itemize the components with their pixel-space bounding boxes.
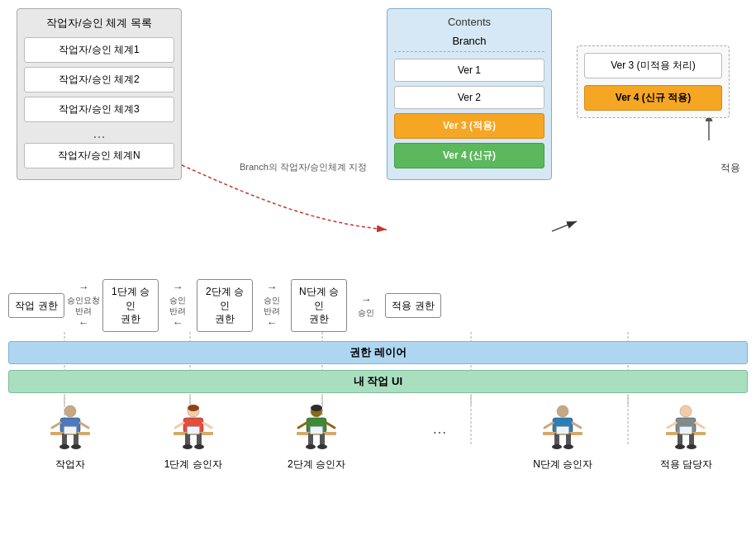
person-applier: 적용 담당자 bbox=[644, 405, 727, 472]
svg-line-67 bbox=[696, 423, 704, 428]
worker-label: 작업자 bbox=[55, 458, 85, 472]
annotation-text: Branch의 작업자/승인체계 지정 bbox=[240, 161, 367, 173]
svg-rect-23 bbox=[62, 433, 67, 446]
branch-label: Branch bbox=[394, 35, 544, 47]
svg-rect-24 bbox=[74, 433, 78, 446]
ver-3: Ver 3 (적용) bbox=[394, 113, 544, 139]
approverN-icon bbox=[541, 405, 584, 454]
applier-icon bbox=[664, 405, 707, 454]
svg-point-40 bbox=[188, 405, 199, 411]
approval-item-1: 작업자/승인 체계1 bbox=[24, 37, 174, 63]
contents-divider bbox=[394, 51, 544, 52]
person-approver2: 2단계 승인자 bbox=[275, 405, 358, 472]
approver2-label: 2단계 승인자 bbox=[288, 458, 345, 472]
svg-rect-70 bbox=[689, 433, 694, 446]
svg-line-21 bbox=[80, 423, 88, 428]
person-dots: … bbox=[398, 405, 481, 439]
svg-rect-35 bbox=[197, 433, 202, 446]
arrow-3: → 승인 반려 ← bbox=[254, 281, 289, 330]
approver1-icon bbox=[172, 405, 215, 454]
svg-point-52 bbox=[311, 405, 322, 411]
svg-line-32 bbox=[203, 423, 212, 428]
svg-rect-47 bbox=[320, 433, 325, 446]
approval-item-2: 작업자/승인 체계2 bbox=[24, 67, 174, 92]
svg-line-6 bbox=[552, 221, 577, 231]
step1-permission-box: 1단계 승인 권한 bbox=[102, 279, 159, 332]
svg-rect-39 bbox=[188, 427, 199, 434]
svg-line-56 bbox=[573, 423, 581, 428]
svg-line-66 bbox=[668, 423, 676, 428]
apply-label: 적용 bbox=[720, 161, 740, 175]
workflow-row: 작업 권한 → 승인요청 반려 ← 1단계 승인 권한 → 승인 반려 ← 2단… bbox=[8, 281, 748, 330]
stepn-permission-box: N단계 승인 권한 bbox=[291, 279, 347, 332]
approval-dots: … bbox=[24, 126, 174, 141]
worker-icon bbox=[49, 405, 92, 454]
apply-permission-box: 적용 권한 bbox=[385, 293, 441, 319]
svg-rect-69 bbox=[678, 433, 682, 446]
svg-point-53 bbox=[557, 405, 568, 417]
svg-point-60 bbox=[552, 444, 562, 449]
ver-1: Ver 1 bbox=[394, 59, 544, 82]
person-approverN: N단계 승인자 bbox=[521, 405, 604, 472]
mywork-layer-label: 내 작업 UI bbox=[354, 374, 402, 389]
svg-point-48 bbox=[306, 444, 316, 449]
svg-point-64 bbox=[680, 405, 692, 417]
svg-point-26 bbox=[71, 444, 81, 449]
approval-list-title: 작업자/승인 체계 목록 bbox=[24, 16, 174, 31]
svg-line-20 bbox=[52, 423, 60, 428]
svg-rect-59 bbox=[566, 433, 571, 446]
right-ver4: Ver 4 (신규 적용) bbox=[584, 85, 722, 111]
svg-point-36 bbox=[183, 444, 193, 449]
svg-rect-28 bbox=[64, 427, 76, 434]
arrow-1: → 승인요청 반려 ← bbox=[66, 281, 101, 330]
svg-rect-58 bbox=[554, 433, 559, 446]
svg-rect-63 bbox=[557, 427, 568, 434]
contents-panel: Contents Branch Ver 1 Ver 2 Ver 3 (적용) V… bbox=[387, 8, 552, 180]
svg-rect-46 bbox=[308, 433, 313, 446]
svg-point-25 bbox=[59, 444, 69, 449]
arrow-4: → 승인 bbox=[349, 293, 383, 318]
svg-line-55 bbox=[544, 423, 553, 428]
approval-item-3: 작업자/승인 체계3 bbox=[24, 97, 174, 122]
svg-point-37 bbox=[194, 444, 204, 449]
ver-4: Ver 4 (신규) bbox=[394, 143, 544, 168]
approverN-label: N단계 승인자 bbox=[533, 458, 592, 472]
permission-layer-label: 권한 레이어 bbox=[349, 345, 407, 360]
svg-line-43 bbox=[298, 423, 307, 428]
persons-dots-label: … bbox=[432, 421, 447, 436]
ver-2: Ver 2 bbox=[394, 86, 544, 109]
approval-list-panel: 작업자/승인 체계 목록 작업자/승인 체계1 작업자/승인 체계2 작업자/승… bbox=[17, 8, 182, 180]
right-panel: Ver 3 (미적용 처리) Ver 4 (신규 적용) bbox=[577, 45, 730, 118]
arrow-2: → 승인 반려 ← bbox=[160, 281, 195, 330]
svg-line-44 bbox=[326, 423, 335, 428]
svg-point-49 bbox=[317, 444, 327, 449]
svg-line-31 bbox=[175, 423, 183, 428]
approver1-label: 1단계 승인자 bbox=[164, 458, 222, 472]
svg-rect-51 bbox=[311, 427, 322, 434]
approval-item-n: 작업자/승인 체계N bbox=[24, 143, 174, 168]
work-permission-box: 작업 권한 bbox=[8, 293, 64, 319]
svg-point-71 bbox=[675, 444, 685, 449]
mywork-layer: 내 작업 UI bbox=[8, 370, 748, 393]
step2-permission-box: 2단계 승인 권한 bbox=[197, 279, 253, 332]
permission-layer: 권한 레이어 bbox=[8, 341, 748, 364]
svg-rect-74 bbox=[680, 427, 692, 434]
person-approver1: 1단계 승인자 bbox=[152, 405, 235, 472]
approver2-icon bbox=[295, 405, 338, 454]
svg-point-61 bbox=[563, 444, 573, 449]
svg-point-18 bbox=[64, 405, 76, 417]
contents-title: Contents bbox=[394, 16, 544, 28]
right-ver3: Ver 3 (미적용 처리) bbox=[584, 53, 722, 78]
persons-row: 작업자 1단계 승인자 bbox=[8, 405, 748, 472]
person-worker: 작업자 bbox=[29, 405, 112, 472]
applier-label: 적용 담당자 bbox=[660, 458, 712, 472]
svg-point-72 bbox=[687, 444, 697, 449]
svg-rect-34 bbox=[185, 433, 190, 446]
diagram-container: 작업자/승인 체계 목록 작업자/승인 체계1 작업자/승인 체계2 작업자/승… bbox=[0, 0, 756, 550]
